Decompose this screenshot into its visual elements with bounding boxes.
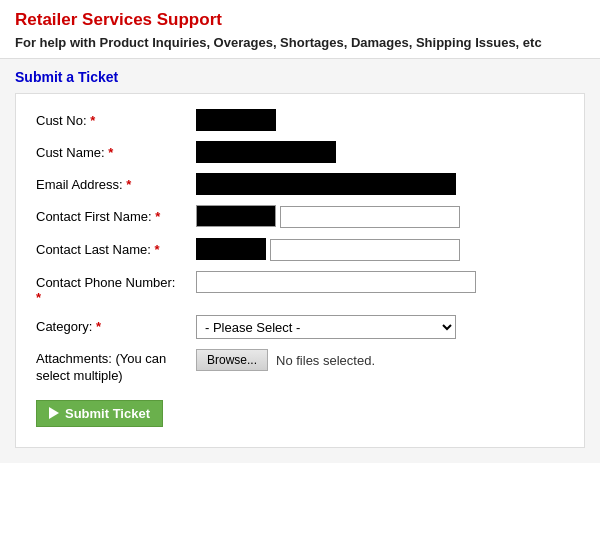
page-title: Retailer Services Support: [15, 10, 585, 30]
contact-first-name-label: Contact First Name: *: [36, 205, 196, 224]
category-field: - Please Select -: [196, 315, 564, 339]
contact-phone-input[interactable]: [196, 271, 476, 293]
attachments-row: Attachments: (You can select multiple) B…: [36, 349, 564, 385]
contact-last-name-label: Contact Last Name: *: [36, 238, 196, 257]
cust-no-input[interactable]: [196, 109, 276, 131]
category-label: Category: *: [36, 315, 196, 334]
submit-arrow-icon: [49, 407, 59, 419]
cust-no-field: [196, 109, 564, 131]
cust-no-row: Cust No: *: [36, 109, 564, 131]
file-upload-area: Browse... No files selected.: [196, 349, 375, 371]
submit-ticket-button[interactable]: Submit Ticket: [36, 400, 163, 427]
submit-ticket-link[interactable]: Submit a Ticket: [15, 69, 585, 85]
email-row: Email Address: *: [36, 173, 564, 195]
form-container: Cust No: * Cust Name: * Email Address: *: [15, 93, 585, 448]
cust-name-input[interactable]: [196, 141, 336, 163]
cust-name-field: [196, 141, 564, 163]
contact-first-name-field: [196, 205, 564, 228]
email-input[interactable]: [196, 173, 456, 195]
email-field-wrap: [196, 173, 564, 195]
contact-last-name-row: Contact Last Name: *: [36, 238, 564, 261]
page-wrapper: Retailer Services Support For help with …: [0, 0, 600, 551]
cust-name-row: Cust Name: *: [36, 141, 564, 163]
submit-ticket-label: Submit Ticket: [65, 406, 150, 421]
contact-last-name-field: [196, 238, 564, 261]
contact-phone-required: *: [36, 290, 41, 305]
page-subtitle: For help with Product Inquiries, Overage…: [15, 35, 585, 50]
email-label: Email Address: *: [36, 173, 196, 192]
contact-last-name-required: *: [155, 242, 160, 257]
contact-first-name-input[interactable]: [196, 205, 276, 227]
contact-phone-label: Contact Phone Number:*: [36, 271, 196, 305]
contact-first-name-row: Contact First Name: *: [36, 205, 564, 228]
header-section: Retailer Services Support For help with …: [0, 0, 600, 59]
email-required: *: [126, 177, 131, 192]
category-required: *: [96, 319, 101, 334]
cust-name-required: *: [108, 145, 113, 160]
contact-phone-field: [196, 271, 564, 293]
submit-button-row: Submit Ticket: [36, 400, 564, 427]
category-select[interactable]: - Please Select -: [196, 315, 456, 339]
cust-no-label: Cust No: *: [36, 109, 196, 128]
cust-no-required: *: [90, 113, 95, 128]
attachments-label: Attachments: (You can select multiple): [36, 349, 196, 385]
cust-name-label: Cust Name: *: [36, 141, 196, 160]
category-row: Category: * - Please Select -: [36, 315, 564, 339]
no-files-text: No files selected.: [276, 353, 375, 368]
contact-phone-row: Contact Phone Number:*: [36, 271, 564, 305]
contact-last-name-input-filled[interactable]: [196, 238, 266, 260]
contact-first-name-required: *: [155, 209, 160, 224]
browse-button[interactable]: Browse...: [196, 349, 268, 371]
content-section: Submit a Ticket Cust No: * Cust Name: *: [0, 59, 600, 463]
